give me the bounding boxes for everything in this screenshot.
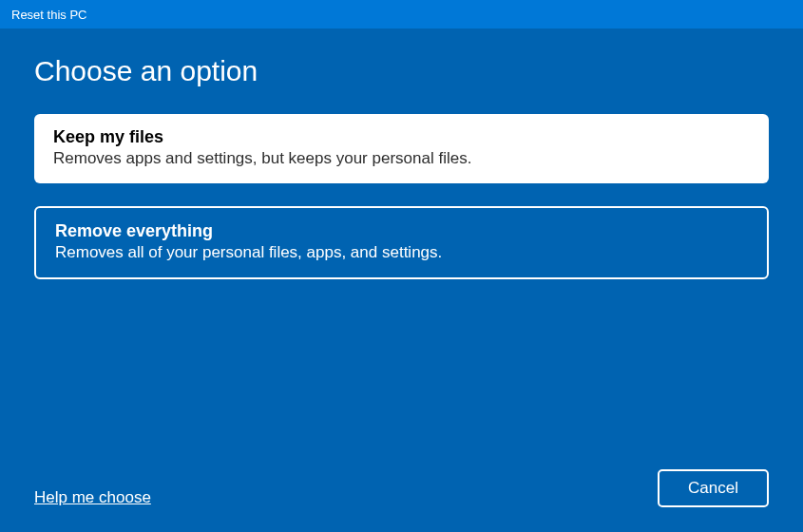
option-description: Removes all of your personal files, apps… <box>55 243 748 262</box>
titlebar-title: Reset this PC <box>11 8 86 22</box>
help-me-choose-link[interactable]: Help me choose <box>34 488 151 507</box>
option-title: Remove everything <box>55 221 748 241</box>
option-description: Removes apps and settings, but keeps you… <box>53 149 750 168</box>
footer: Help me choose Cancel <box>34 469 769 507</box>
content-area: Choose an option Keep my files Removes a… <box>0 28 803 532</box>
option-title: Keep my files <box>53 127 750 147</box>
option-keep-my-files[interactable]: Keep my files Removes apps and settings,… <box>34 114 769 183</box>
cancel-button[interactable]: Cancel <box>658 469 769 507</box>
titlebar: Reset this PC <box>0 0 803 28</box>
option-remove-everything[interactable]: Remove everything Removes all of your pe… <box>34 206 769 279</box>
page-heading: Choose an option <box>34 55 769 87</box>
